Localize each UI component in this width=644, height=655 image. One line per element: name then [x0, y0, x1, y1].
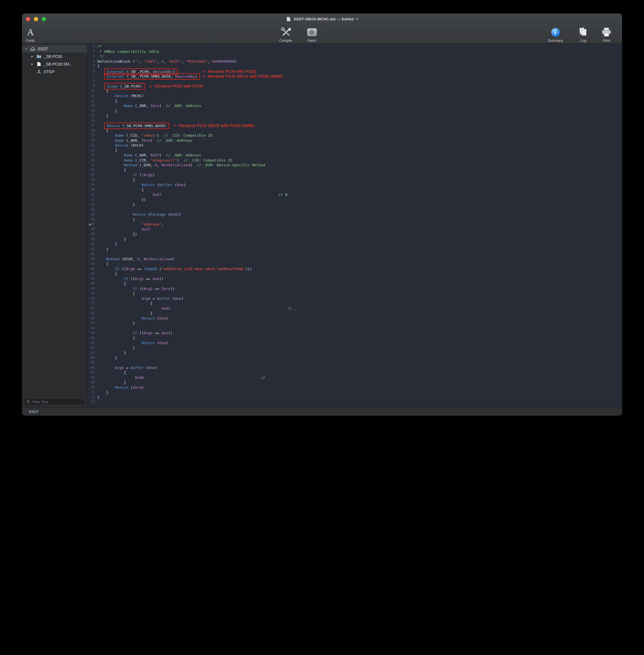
line-number: 46 — [88, 267, 97, 272]
toolbar-summary-button[interactable]: i Summary — [544, 25, 567, 43]
line-number: 18 — [88, 128, 97, 133]
line-number: 23 — [88, 153, 97, 158]
code-line: 2 * SMBus compatibility table. — [88, 49, 622, 54]
zoom-button[interactable] — [42, 17, 46, 21]
filter-tree-container — [24, 399, 85, 405]
sidebar-item-ssdt[interactable]: ▼ SSDT — [22, 45, 87, 52]
code-line: 32 }) — [88, 197, 622, 202]
line-number: 73 — [88, 400, 97, 405]
code-line: 47 { — [88, 271, 622, 276]
line-number: 68 — [88, 375, 97, 380]
line-number: 12 — [88, 98, 97, 104]
code-line: 70 Return (Zero) — [88, 385, 622, 390]
line-number: 50 — [88, 286, 97, 291]
code-editor[interactable]: 1/*2 * SMBus compatibility table.3 */4De… — [88, 44, 622, 408]
code-line: 11 Device (MCHC) — [88, 93, 622, 98]
close-button[interactable] — [26, 17, 30, 21]
line-number: 40 — [88, 237, 97, 242]
folder-icon — [36, 54, 42, 59]
house-icon — [30, 47, 36, 51]
status-text: SSDT — [29, 410, 39, 414]
disclosure-collapsed-icon[interactable]: ▶ — [30, 55, 34, 58]
line-number: 1 — [88, 44, 97, 49]
code-line: 61 Return (One) — [88, 340, 622, 345]
line-number: 14 — [88, 108, 97, 113]
code-line: 20 Name (_ADR, Zero) // _ADR: Address — [88, 138, 622, 143]
window-header: SSDT-SBUS-MCHC.dsl — Edited A Fonts C — [22, 14, 622, 44]
line-number: 52 — [88, 296, 97, 301]
gutter-marker-dot[interactable] — [89, 224, 91, 226]
method-compass-icon — [36, 69, 42, 74]
line-number: 44 — [88, 257, 97, 262]
code-line: 4DefinitionBlock ("", "SSDT", 2, "ACDT",… — [88, 59, 622, 64]
sidebar-item-sb-pc00-sm[interactable]: ▶ _SB.PC00.SM... — [22, 60, 87, 68]
code-line: 17 Device (_SB.PC00.SMBS.BUS0) <- Rename… — [88, 123, 622, 128]
disclosure-expanded-icon[interactable]: ▼ — [24, 47, 28, 50]
code-line: 51 { — [88, 291, 622, 296]
line-number: 47 — [88, 271, 97, 276]
traffic-lights — [26, 17, 46, 21]
title-chevron-icon[interactable] — [355, 17, 359, 20]
code-line: 53 { — [88, 301, 622, 306]
line-number: 64 — [88, 356, 97, 361]
minimize-button[interactable] — [34, 17, 38, 21]
line-number: 24 — [88, 158, 97, 163]
toolbar-log-button[interactable]: Log — [572, 25, 595, 43]
code-line: 43 — [88, 252, 622, 257]
code-line: 38 0x57 — [88, 227, 622, 232]
line-number: 38 — [88, 227, 97, 232]
code-line: 14 } — [88, 108, 622, 113]
code-line: 48 If ((Arg1 == One)) — [88, 276, 622, 281]
code-line: 57 } — [88, 321, 622, 326]
toolbar-patch-button[interactable]: ⚙ Patch — [300, 25, 324, 43]
line-number: 48 — [88, 276, 97, 281]
line-number: 39 — [88, 232, 97, 237]
line-number: 7 — [88, 74, 97, 79]
sidebar-item-dtgp[interactable]: ▶ DTGP — [22, 68, 87, 75]
toolbar-label: Log — [580, 39, 586, 43]
tree-item-label: DTGP — [44, 69, 55, 74]
line-number: 56 — [88, 316, 97, 321]
toolbar-fonts-button[interactable]: A Fonts — [22, 25, 42, 43]
toolbar-label: Summary — [548, 39, 563, 43]
code-line: 12 { — [88, 98, 622, 104]
line-number: 34 — [88, 207, 97, 212]
code-line: 44 Method (DTGP, 5, NotSerialized) — [88, 257, 622, 262]
code-line: 55 } — [88, 311, 622, 316]
code-line: 64 } — [88, 356, 622, 361]
line-number: 20 — [88, 138, 97, 143]
line-number: 63 — [88, 351, 97, 356]
line-number: 57 — [88, 321, 97, 326]
code-line: 3 */ — [88, 54, 622, 59]
line-number: 35 — [88, 212, 97, 217]
toolbar-compile-button[interactable]: Compile — [274, 25, 297, 43]
line-number: 70 — [88, 385, 97, 390]
line-number: 28 — [88, 178, 97, 183]
titlebar: SSDT-SBUS-MCHC.dsl — Edited — [22, 14, 622, 24]
line-number: 54 — [88, 306, 97, 311]
rename-annotation: <- Rename PCI0.SBUS with PC00.SMBS — [202, 74, 283, 78]
toolbar-print-button[interactable]: Print — [595, 25, 618, 43]
line-number: 3 — [88, 54, 97, 59]
code-line: 19 Name (_CID, "smbus") // _CID: Compati… — [88, 133, 622, 138]
disclosure-collapsed-icon[interactable]: ▶ — [30, 63, 34, 66]
code-line: 67 { — [88, 370, 622, 375]
code-line: 35 Return (Package (0x02) — [88, 212, 622, 217]
sidebar-item-sb-pc00[interactable]: ▶ _SB.PC00 — [22, 52, 87, 60]
code-line: 58 — [88, 326, 622, 331]
line-number: 61 — [88, 340, 97, 345]
line-number: 59 — [88, 331, 97, 336]
line-number: 16 — [88, 118, 97, 123]
line-number: 53 — [88, 301, 97, 306]
code-line: 9 Scope (_SB.PC00) <- Rename PCI0 with P… — [88, 84, 622, 89]
line-number: 4 — [88, 59, 97, 64]
code-line: 26 { — [88, 168, 622, 173]
line-number: 15 — [88, 113, 97, 118]
title-area: SSDT-SBUS-MCHC.dsl — Edited — [285, 14, 358, 24]
filter-tree-input[interactable] — [24, 399, 85, 405]
window-title: SSDT-SBUS-MCHC.dsl — Edited — [294, 17, 353, 21]
code-line: 13 Name (_ADR, Zero) // _ADR: Address — [88, 103, 622, 108]
line-number: 32 — [88, 197, 97, 202]
line-number: 5 — [88, 64, 97, 69]
tree-item-label: SSDT — [38, 47, 48, 51]
